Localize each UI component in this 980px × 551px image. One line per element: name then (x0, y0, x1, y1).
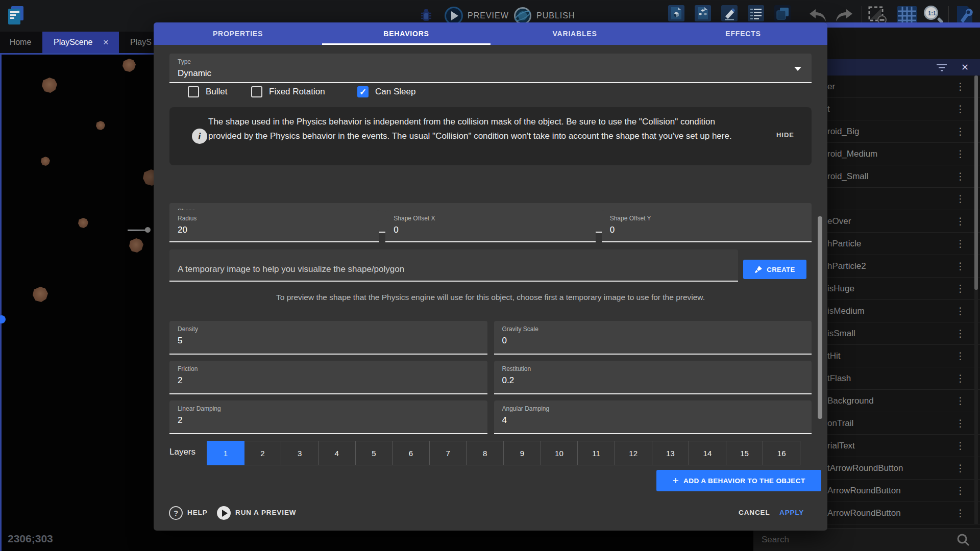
temp-image-input[interactable] (178, 264, 714, 274)
layers-panel-icon[interactable] (774, 5, 791, 21)
undo-icon[interactable] (808, 8, 828, 24)
object-name: onTrail (827, 418, 853, 429)
object-menu-icon[interactable]: ⋮ (955, 193, 965, 205)
object-menu-icon[interactable]: ⋮ (955, 283, 965, 294)
object-menu-icon[interactable]: ⋮ (955, 170, 965, 182)
object-menu-icon[interactable]: ⋮ (955, 126, 965, 137)
checkbox-fixed-rotation[interactable]: Fixed Rotation (251, 86, 325, 97)
field-shape-offset-y[interactable]: Shape Offset Y0 (602, 210, 812, 242)
scene-object-dot[interactable] (0, 315, 6, 323)
field-radius[interactable]: Radius20 (169, 210, 379, 242)
field-angular-damping[interactable]: Angular Damping4 (494, 400, 812, 434)
layer-button-7[interactable]: 7 (430, 441, 467, 465)
help-button[interactable]: HELP (187, 509, 208, 516)
redo-icon[interactable] (834, 8, 854, 24)
asteroid-sprite[interactable] (33, 287, 48, 302)
object-menu-icon[interactable]: ⋮ (955, 395, 965, 407)
object-menu-icon[interactable]: ⋮ (955, 507, 965, 519)
layer-button-6[interactable]: 6 (393, 441, 430, 465)
layer-button-2[interactable]: 2 (244, 441, 282, 465)
hide-button[interactable]: HIDE (776, 131, 794, 139)
dialog-tab-behaviors[interactable]: BEHAVIORS (322, 22, 491, 45)
field-shape-offset-x[interactable]: Shape Offset X0 (385, 210, 595, 242)
checkbox-can-sleep[interactable]: ✓Can Sleep (357, 86, 415, 97)
checkbox-unchecked-icon[interactable] (188, 86, 199, 97)
dialog-scrollbar-thumb[interactable] (818, 216, 822, 419)
layer-button-13[interactable]: 13 (652, 441, 690, 465)
layer-button-5[interactable]: 5 (356, 441, 393, 465)
layer-button-3[interactable]: 3 (281, 441, 318, 465)
layer-button-1[interactable]: 1 (207, 441, 244, 465)
filter-icon[interactable] (937, 63, 948, 71)
field-density[interactable]: Density5 (169, 321, 487, 355)
field-value: 4 (502, 415, 804, 425)
layer-button-4[interactable]: 4 (318, 441, 356, 465)
object-menu-icon[interactable]: ⋮ (955, 305, 965, 317)
layer-button-12[interactable]: 12 (615, 441, 652, 465)
object-name: eOver (827, 216, 851, 227)
add-behavior-button[interactable]: + ADD A BEHAVIOR TO THE OBJECT (656, 470, 821, 491)
asteroid-sprite[interactable] (41, 157, 50, 166)
create-button[interactable]: CREATE (743, 260, 806, 279)
object-menu-icon[interactable]: ⋮ (955, 103, 965, 115)
help-icon[interactable]: ? (169, 506, 183, 520)
project-manager-icon[interactable] (6, 5, 26, 27)
properties-edit-icon[interactable] (721, 5, 738, 21)
events-sheet-icon[interactable] (748, 5, 764, 21)
objects-panel-icon[interactable] (668, 5, 684, 21)
checkbox-bullet[interactable]: Bullet (188, 86, 228, 97)
asteroid-sprite[interactable] (96, 121, 105, 130)
asteroid-sprite[interactable] (42, 78, 57, 93)
sidebar-scrollbar-thumb[interactable] (974, 76, 978, 290)
dialog-tab-variables[interactable]: VARIABLES (491, 22, 659, 45)
run-preview-button[interactable]: RUN A PREVIEW (235, 509, 296, 516)
type-dropdown[interactable]: Type Dynamic (169, 54, 812, 83)
debugger-icon[interactable] (418, 7, 435, 24)
object-menu-icon[interactable]: ⋮ (955, 485, 965, 496)
field-value: 0.2 (502, 375, 804, 386)
checkbox-checked-icon[interactable]: ✓ (357, 86, 369, 97)
layer-button-9[interactable]: 9 (504, 441, 541, 465)
object-menu-icon[interactable]: ⋮ (955, 238, 965, 249)
search-input[interactable] (762, 535, 945, 545)
layer-button-14[interactable]: 14 (689, 441, 726, 465)
field-linear-damping[interactable]: Linear Damping2 (169, 400, 487, 434)
object-menu-icon[interactable]: ⋮ (955, 215, 965, 227)
object-menu-icon[interactable]: ⋮ (955, 372, 965, 384)
layer-button-11[interactable]: 11 (578, 441, 615, 465)
tab-close-icon[interactable]: ✕ (103, 38, 109, 46)
object-menu-icon[interactable]: ⋮ (955, 440, 965, 452)
field-friction[interactable]: Friction2 (169, 361, 487, 394)
dialog-tab-effects[interactable]: EFFECTS (659, 22, 827, 45)
dialog-tab-properties[interactable]: PROPERTIES (154, 22, 322, 45)
layer-button-15[interactable]: 15 (726, 441, 764, 465)
object-menu-icon[interactable]: ⋮ (955, 417, 965, 429)
field-restitution[interactable]: Restitution0.2 (494, 361, 812, 394)
close-panel-icon[interactable]: ✕ (961, 63, 969, 72)
object-name: ArrowRoundButton (827, 508, 901, 518)
layer-button-10[interactable]: 10 (541, 441, 578, 465)
checkbox-unchecked-icon[interactable] (251, 86, 262, 97)
emitter-marker-dot[interactable] (145, 227, 151, 233)
apply-button[interactable]: APPLY (779, 509, 804, 516)
temp-image-field[interactable] (169, 249, 738, 282)
object-name: hParticle2 (827, 261, 866, 271)
run-preview-icon[interactable] (217, 506, 231, 520)
asteroid-sprite[interactable] (129, 238, 143, 253)
object-menu-icon[interactable]: ⋮ (955, 350, 965, 362)
object-menu-icon[interactable]: ⋮ (955, 328, 965, 339)
tab-home[interactable]: Home (0, 32, 41, 53)
asteroid-sprite[interactable] (122, 59, 136, 72)
object-menu-icon[interactable]: ⋮ (955, 462, 965, 474)
object-groups-icon[interactable] (695, 5, 711, 21)
cancel-button[interactable]: CANCEL (739, 509, 770, 516)
field-gravity-scale[interactable]: Gravity Scale0 (494, 321, 812, 355)
asteroid-sprite[interactable] (78, 218, 88, 228)
layer-button-8[interactable]: 8 (467, 441, 504, 465)
object-menu-icon[interactable]: ⋮ (955, 260, 965, 272)
layer-button-16[interactable]: 16 (763, 441, 800, 465)
object-menu-icon[interactable]: ⋮ (955, 148, 965, 160)
layers-label: Layers (169, 447, 195, 457)
object-menu-icon[interactable]: ⋮ (955, 81, 965, 92)
tab-playscene[interactable]: PlayScene ✕ (42, 32, 119, 53)
